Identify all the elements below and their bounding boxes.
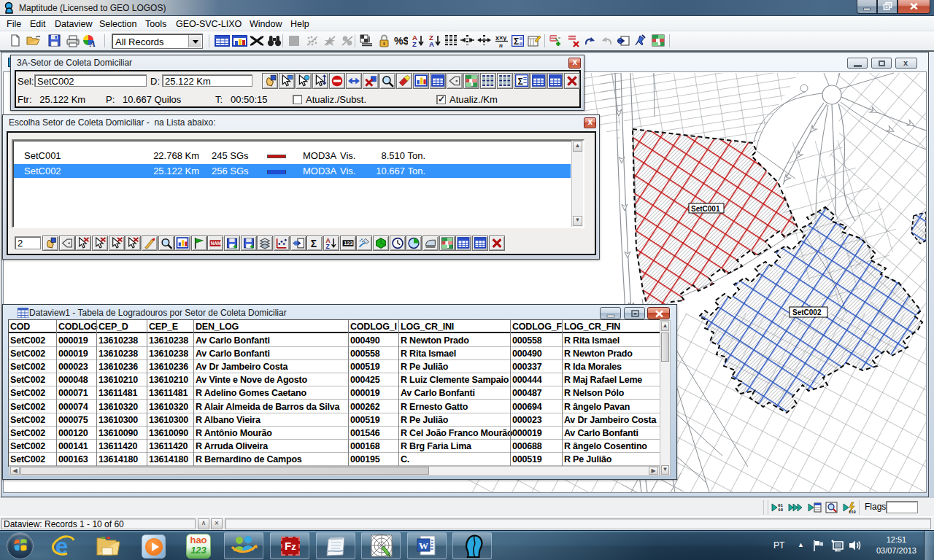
svg-text:Σ: Σ	[514, 36, 519, 47]
svg-text:10: 10	[778, 508, 784, 513]
svg-text:x×y: x×y	[495, 34, 506, 42]
svg-text:A: A	[89, 39, 96, 47]
svg-text:123: 123	[344, 240, 352, 246]
svg-text:W: W	[419, 540, 428, 551]
svg-text:SetC001: SetC001	[691, 205, 720, 213]
svg-text:n: n	[499, 42, 503, 47]
svg-text:Z: Z	[412, 40, 417, 47]
svg-text:%$: %$	[394, 35, 408, 47]
svg-text:A: A	[429, 40, 434, 47]
svg-text:SetC002: SetC002	[792, 308, 822, 316]
svg-text:Σ: Σ	[517, 77, 523, 87]
svg-text:110: 110	[849, 510, 856, 514]
svg-text:NAME: NAME	[211, 241, 222, 246]
svg-text:Z: Z	[326, 243, 330, 249]
svg-text:Σ: Σ	[311, 238, 317, 249]
